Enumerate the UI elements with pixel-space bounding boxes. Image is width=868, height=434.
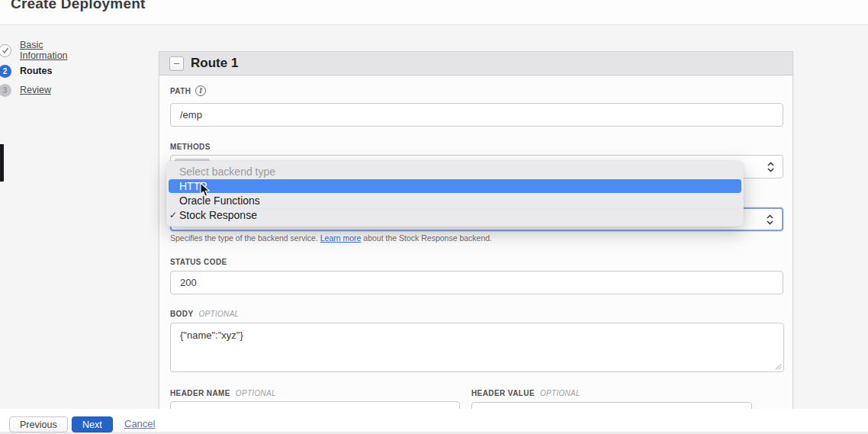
- step-number-badge: 3: [0, 84, 11, 97]
- next-button[interactable]: Next: [72, 416, 113, 432]
- optional-tag: OPTIONAL: [236, 389, 276, 397]
- path-label: PATH i: [170, 85, 206, 96]
- dropdown-option-http[interactable]: HTTP: [169, 179, 741, 193]
- backend-type-dropdown: Select backend type HTTP Oracle Function…: [166, 161, 744, 227]
- page-header: Create Deployment: [0, 0, 868, 25]
- header-value-label: HEADER VALUE OPTIONAL: [471, 389, 580, 397]
- backend-helper-text: Specifies the type of the backend servic…: [170, 233, 492, 243]
- previous-button[interactable]: Previous: [9, 416, 68, 432]
- body-textarea[interactable]: {"name":"xyz"}: [170, 323, 784, 372]
- body-label: BODY OPTIONAL: [170, 310, 239, 318]
- step-basic-information[interactable]: Basic Information: [0, 43, 68, 57]
- route-title: Route 1: [191, 56, 238, 71]
- step-complete-icon: [0, 44, 11, 57]
- header-name-label: HEADER NAME OPTIONAL: [170, 389, 276, 397]
- step-routes[interactable]: 2 Routes: [0, 64, 52, 78]
- optional-tag: OPTIONAL: [540, 389, 580, 397]
- route-panel-header: – Route 1: [159, 52, 792, 76]
- step-label[interactable]: Review: [20, 85, 51, 95]
- learn-more-link[interactable]: Learn more: [320, 233, 362, 243]
- route-panel: – Route 1 PATH i METHODS Specifies the t…: [159, 51, 793, 410]
- wizard-footer: Previous Next Cancel: [0, 409, 868, 434]
- methods-label: METHODS: [170, 143, 211, 151]
- step-label: Routes: [20, 66, 52, 76]
- dropdown-placeholder-option: Select backend type: [166, 165, 744, 178]
- select-chevrons-icon: [766, 214, 774, 225]
- left-edge-marker: [0, 144, 4, 182]
- resize-grip-icon[interactable]: [775, 363, 782, 370]
- page-title: Create Deployment: [11, 0, 146, 12]
- collapse-route-button[interactable]: –: [169, 56, 184, 71]
- status-code-input[interactable]: [170, 271, 783, 294]
- step-label[interactable]: Basic Information: [20, 40, 68, 61]
- dropdown-option-stock-response[interactable]: ✓ Stock Response: [166, 208, 744, 222]
- optional-tag: OPTIONAL: [199, 310, 240, 318]
- check-icon: [2, 47, 9, 54]
- dropdown-option-oracle-functions[interactable]: Oracle Functions: [166, 194, 744, 207]
- cancel-link[interactable]: Cancel: [124, 418, 155, 429]
- select-chevrons-icon: [767, 161, 775, 172]
- info-icon[interactable]: i: [195, 85, 206, 96]
- step-number-badge: 2: [0, 65, 11, 78]
- status-code-label: STATUS CODE: [170, 258, 227, 266]
- step-review[interactable]: 3 Review: [0, 83, 51, 97]
- path-input[interactable]: [170, 103, 783, 127]
- mouse-cursor-icon: [200, 182, 211, 201]
- selected-check-icon: ✓: [169, 208, 179, 222]
